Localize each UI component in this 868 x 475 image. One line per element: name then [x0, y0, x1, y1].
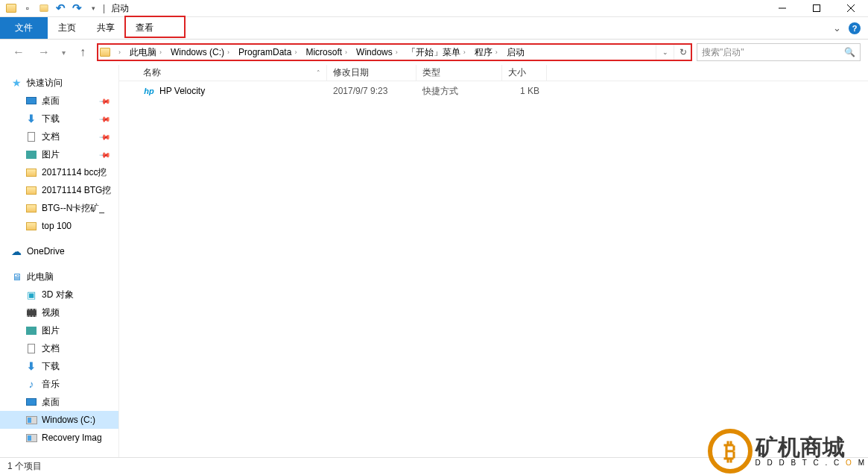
file-list: 名称˄ 修改日期 类型 大小 hpHP Velocity 2017/9/7 9:…	[119, 65, 868, 457]
search-icon: 🔍	[844, 47, 855, 57]
sidebar-item[interactable]: 视频	[0, 303, 118, 321]
nav-back-button[interactable]: ←	[7, 43, 30, 62]
pictures-icon	[25, 148, 37, 160]
sidebar-item[interactable]: 桌面📌	[0, 92, 118, 110]
search-input[interactable]: 搜索"启动" 🔍	[697, 43, 861, 61]
sidebar-item[interactable]: ♪音乐	[0, 375, 118, 393]
tab-view[interactable]: 查看	[125, 17, 164, 39]
address-dropdown-icon[interactable]: ⌄	[656, 44, 674, 60]
star-icon: ★	[10, 77, 22, 89]
address-row: ← → ▾ ↑ › 此电脑› Windows (C:)› ProgramData…	[0, 40, 868, 65]
status-bar: 1 个项目	[0, 457, 868, 475]
drive-icon	[25, 432, 37, 444]
nav-recent-dropdown[interactable]: ▾	[58, 43, 69, 62]
file-row[interactable]: hpHP Velocity 2017/9/7 9:23 快捷方式 1 KB	[119, 81, 868, 101]
folder-icon	[25, 184, 37, 196]
column-headers: 名称˄ 修改日期 类型 大小	[119, 65, 868, 81]
crumb[interactable]: ProgramData›	[235, 44, 302, 60]
pc-icon: 🖥	[10, 271, 22, 283]
crumb[interactable]: 此电脑›	[127, 44, 168, 60]
crumb[interactable]: Microsoft›	[302, 44, 353, 60]
sidebar-item[interactable]: ⬇下载	[0, 357, 118, 375]
tab-share[interactable]: 共享	[86, 17, 125, 39]
refresh-icon[interactable]: ↻	[674, 44, 691, 60]
maximize-button[interactable]	[799, 0, 834, 17]
desktop-icon	[25, 396, 37, 408]
sidebar-quick-access[interactable]: ★快速访问	[0, 74, 118, 92]
pin-icon: 📌	[99, 113, 111, 125]
search-placeholder: 搜索"启动"	[702, 46, 744, 59]
address-bar[interactable]: › 此电脑› Windows (C:)› ProgramData› Micros…	[97, 43, 692, 61]
cube-icon: ▣	[25, 289, 37, 301]
sort-asc-icon: ˄	[317, 69, 320, 77]
download-icon: ⬇	[25, 360, 37, 372]
sidebar-item[interactable]: 图片📌	[0, 145, 118, 163]
sidebar-item[interactable]: ▣3D 对象	[0, 286, 118, 303]
pictures-icon	[25, 324, 37, 336]
nav-forward-button[interactable]: →	[33, 43, 55, 62]
crumb[interactable]: 启动	[504, 44, 528, 60]
ribbon-tabs: 文件 主页 共享 查看 ⌄ ?	[0, 17, 868, 40]
navigation-pane: ★快速访问 桌面📌 ⬇下载📌 文档📌 图片📌 20171114 bcc挖 201…	[0, 65, 119, 457]
col-name[interactable]: 名称˄	[137, 65, 327, 81]
address-folder-icon	[98, 48, 113, 57]
window-title: 启动	[111, 2, 129, 15]
sidebar-item[interactable]: ⬇下载📌	[0, 110, 118, 128]
crumb[interactable]: Windows›	[353, 44, 404, 60]
svg-rect-1	[814, 5, 820, 12]
crumb[interactable]: 程序›	[472, 44, 504, 60]
sidebar-item[interactable]: Recovery Imag	[0, 429, 118, 447]
sidebar-this-pc[interactable]: 🖥此电脑	[0, 268, 118, 286]
sidebar-item-windows-c[interactable]: Windows (C:)	[0, 411, 118, 429]
pin-icon: 📌	[99, 130, 111, 142]
drive-icon	[25, 414, 37, 426]
qat-properties-icon[interactable]: ▫	[21, 1, 34, 15]
music-icon: ♪	[25, 378, 37, 390]
minimize-button[interactable]	[765, 0, 799, 17]
col-size[interactable]: 大小	[502, 65, 547, 81]
crumb[interactable]: 「开始」菜单›	[404, 44, 472, 60]
sidebar-item[interactable]: 文档📌	[0, 128, 118, 145]
redo-icon[interactable]: ↷	[70, 1, 83, 15]
nav-up-button[interactable]: ↑	[72, 43, 94, 62]
pin-icon: 📌	[99, 148, 111, 160]
col-type[interactable]: 类型	[416, 65, 502, 81]
folder-icon	[25, 220, 37, 232]
sidebar-item[interactable]: 20171114 BTG挖	[0, 181, 118, 199]
crumb[interactable]: Windows (C:)›	[168, 44, 235, 60]
video-icon	[25, 306, 37, 318]
app-folder-icon	[4, 1, 18, 15]
folder-icon	[25, 166, 37, 178]
status-item-count: 1 个项目	[7, 460, 42, 473]
download-icon: ⬇	[25, 113, 37, 125]
sidebar-item[interactable]: BTG--N卡挖矿_	[0, 199, 118, 217]
document-icon	[25, 342, 37, 354]
document-icon	[25, 130, 37, 142]
col-modified[interactable]: 修改日期	[327, 65, 416, 81]
pin-icon: 📌	[99, 95, 111, 107]
hp-icon: hp	[143, 85, 155, 97]
qat-dropdown-icon[interactable]: ▾	[86, 1, 100, 15]
sidebar-item[interactable]: top 100	[0, 217, 118, 235]
sidebar-item[interactable]: 文档	[0, 339, 118, 357]
qat-new-folder-icon[interactable]	[37, 1, 51, 15]
sidebar-onedrive[interactable]: ☁OneDrive	[0, 242, 118, 260]
cloud-icon: ☁	[10, 245, 22, 257]
help-icon[interactable]: ?	[849, 22, 861, 34]
tab-home[interactable]: 主页	[48, 17, 86, 39]
undo-icon[interactable]: ↶	[54, 1, 67, 15]
sidebar-item[interactable]: 图片	[0, 321, 118, 339]
sidebar-item[interactable]: 20171114 bcc挖	[0, 163, 118, 181]
desktop-icon	[25, 95, 37, 107]
close-button[interactable]	[834, 0, 868, 17]
sidebar-item[interactable]: 桌面	[0, 393, 118, 411]
folder-icon	[25, 202, 37, 214]
ribbon-collapse-icon[interactable]: ⌄	[833, 22, 841, 34]
tab-file[interactable]: 文件	[0, 17, 48, 39]
title-bar: ▫ ↶ ↷ ▾ | 启动	[0, 0, 868, 17]
